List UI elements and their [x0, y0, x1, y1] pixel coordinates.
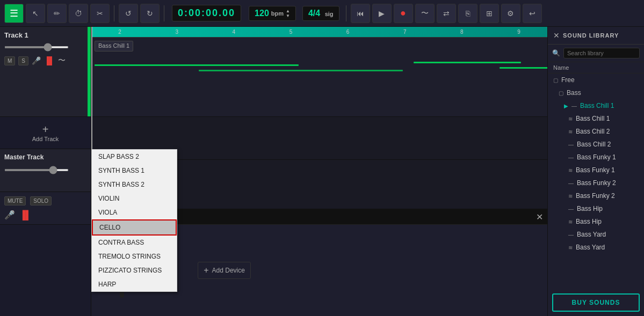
menu-item-tremolo-strings[interactable]: TREMOLO STRINGS — [92, 249, 177, 263]
note-line-4 — [500, 67, 547, 69]
mic-icon-bottom[interactable]: 🎤 — [4, 210, 15, 220]
record-button[interactable]: ● — [394, 4, 413, 23]
lib-item-bass-funky-1a[interactable]: — Bass Funky 1 — [548, 151, 644, 164]
add-track-section[interactable]: + Add Track — [0, 117, 91, 149]
menu-item-slap-bass-2[interactable]: SLAP BASS 2 — [92, 150, 177, 164]
library-title: SOUND LIBRARY — [563, 32, 619, 39]
undo-button[interactable]: ↺ — [119, 4, 138, 23]
eq-icon-bottom[interactable]: ▐▌ — [19, 210, 32, 220]
play-icon-bass-chill: ▶ — [564, 103, 568, 109]
menu-item-synth-bass-1[interactable]: SYNTH BASS 1 — [92, 164, 177, 178]
menu-button[interactable]: ☰ — [4, 4, 24, 23]
lib-item-bass-chill-2b[interactable]: — Bass Chill 2 — [548, 138, 644, 151]
help-button[interactable]: ↩ — [523, 4, 542, 23]
automation-button[interactable]: 〜 — [415, 4, 435, 23]
menu-item-synth-bass-2[interactable]: SYNTH BASS 2 — [92, 178, 177, 192]
select-tool-button[interactable]: ↖ — [26, 4, 45, 23]
bpm-display[interactable]: 120 bpm ▲▼ — [249, 6, 296, 21]
mic-icon[interactable]: 🎤 — [32, 56, 41, 65]
menu-item-contra-bass[interactable]: CONTRA BASS — [92, 236, 177, 249]
divider3 — [346, 5, 346, 21]
sig-display[interactable]: 4/4 sig — [302, 6, 339, 21]
lib-label-bass-chill-2a: Bass Chill 2 — [576, 128, 610, 135]
export-button[interactable]: ⎘ — [458, 4, 477, 23]
search-input[interactable] — [563, 48, 640, 58]
bpm-value: 120 — [255, 9, 269, 18]
wave-icon-1a: ≋ — [568, 116, 573, 122]
wave-icon[interactable]: 〜 — [58, 56, 66, 65]
dash-icon-f2a: — — [568, 180, 574, 186]
lib-item-bass-chill-1-expanded[interactable]: ▶ — Bass Chill 1 — [548, 99, 644, 112]
cut-tool-button[interactable]: ✂ — [90, 4, 110, 23]
mute-button-bottom[interactable]: MUTE — [4, 196, 26, 205]
dash-icon-ya: — — [568, 232, 574, 238]
ruler-mark-3: 3 — [148, 29, 205, 35]
lib-item-bass-hip-b[interactable]: ≋ Bass Hip — [548, 215, 644, 228]
instrument-menu: SLAP BASS 2 SYNTH BASS 1 SYNTH BASS 2 VI… — [91, 149, 177, 292]
menu-item-violin[interactable]: VIOLIN — [92, 192, 177, 205]
lib-item-bass-funky-1b[interactable]: ≋ Bass Funky 1 — [548, 164, 644, 177]
library-close-button[interactable]: ✕ — [553, 31, 560, 40]
rewind-button[interactable]: ⏮ — [351, 4, 370, 23]
menu-item-viola[interactable]: VIOLA — [92, 205, 177, 219]
lib-item-bass[interactable]: ▢ Bass — [548, 86, 644, 99]
lib-item-bass-funky-2a[interactable]: — Bass Funky 2 — [548, 177, 644, 189]
library-header: ✕ SOUND LIBRARY — [548, 27, 644, 45]
lib-item-bass-chill-1a[interactable]: ≋ Bass Chill 1 — [548, 112, 644, 125]
buy-sounds-button[interactable]: BUY SOUNDS — [552, 293, 640, 312]
lib-item-free[interactable]: ▢ Free — [548, 74, 644, 86]
track1-bottom-icons: 🎤 ▐▌ — [4, 210, 86, 220]
track1-volume-slider[interactable] — [4, 46, 69, 48]
ruler-mark-9: 9 — [490, 29, 547, 35]
folder-icon-bass: ▢ — [559, 90, 563, 96]
pencil-tool-button[interactable]: ✏ — [47, 4, 67, 23]
lib-item-bass-yard-a[interactable]: — Bass Yard — [548, 228, 644, 241]
lib-item-bass-yard-b[interactable]: ≋ Bass Yard — [548, 241, 644, 254]
arrange-area: 2 3 4 5 6 7 8 9 Bass Chill 1 — [91, 27, 547, 316]
library-list: ▢ Free ▢ Bass ▶ — Bass Chill 1 ≋ Bass Ch… — [548, 74, 644, 289]
menu-item-harp[interactable]: HARP — [92, 277, 177, 291]
master-volume-slider[interactable] — [4, 169, 69, 171]
divider2 — [164, 5, 164, 21]
dash-icon-ha: — — [568, 206, 574, 212]
track1-color-bar — [88, 27, 91, 116]
track1-bottom-panel: MUTE SOLO 🎤 ▐▌ — [0, 192, 91, 225]
dash-icon-expanded: — — [571, 103, 577, 109]
lib-item-bass-funky-2b[interactable]: ≋ Bass Funky 2 — [548, 189, 644, 202]
bpm-label: bpm — [271, 10, 284, 17]
sig-value: 4/4 — [308, 9, 320, 18]
solo-button-bottom[interactable]: SOLO — [30, 196, 52, 205]
settings-button[interactable]: ⚙ — [501, 4, 520, 23]
lib-label-bass-funky-2b: Bass Funky 2 — [576, 192, 615, 200]
redo-button[interactable]: ↻ — [140, 4, 160, 23]
mixer-button[interactable]: ⊞ — [480, 4, 499, 23]
bpm-arrows[interactable]: ▲▼ — [286, 9, 290, 18]
eq-bars-icon[interactable]: ▐▌ — [44, 56, 55, 65]
menu-item-cello[interactable]: CELLO — [92, 219, 177, 236]
lib-item-bass-chill-2a[interactable]: ≋ Bass Chill 2 — [548, 125, 644, 138]
wave-icon-hb: ≋ — [568, 219, 573, 225]
sound-library-panel: ✕ SOUND LIBRARY 🔍 Name ▢ Free ▢ Bass ▶ —… — [547, 27, 644, 316]
clock-tool-button[interactable]: ⏱ — [69, 4, 88, 23]
track1-m-button[interactable]: M — [4, 56, 15, 65]
loop-button[interactable]: ⇄ — [437, 4, 456, 23]
divider1 — [114, 5, 114, 21]
add-track-label: Add Track — [32, 136, 59, 142]
add-device-label: Add Device — [212, 267, 245, 274]
add-device-button[interactable]: + Add Device — [198, 262, 251, 279]
note-line-1 — [95, 64, 299, 66]
play-button[interactable]: ▶ — [372, 4, 392, 23]
menu-item-pizzicato-strings[interactable]: PIZZICATO STRINGS — [92, 263, 177, 277]
main-layout: Track 1 M S 🎤 ▐▌ 〜 + Add Track Master Tr… — [0, 27, 644, 316]
track1-s-button[interactable]: S — [18, 56, 28, 65]
ruler-mark-7: 7 — [377, 29, 433, 35]
time-display: 0:00:00.00 — [172, 5, 241, 21]
track1-name: Track 1 — [4, 31, 86, 39]
lib-label-bass-funky-1b: Bass Funky 1 — [576, 166, 615, 174]
device-panel-close[interactable]: ✕ — [536, 212, 543, 222]
library-search: 🔍 — [548, 45, 644, 62]
folder-icon-free: ▢ — [553, 77, 558, 83]
track-panel: Track 1 M S 🎤 ▐▌ 〜 + Add Track Master Tr… — [0, 27, 91, 316]
lib-item-bass-hip-a[interactable]: — Bass Hip — [548, 202, 644, 215]
search-icon: 🔍 — [552, 49, 560, 57]
